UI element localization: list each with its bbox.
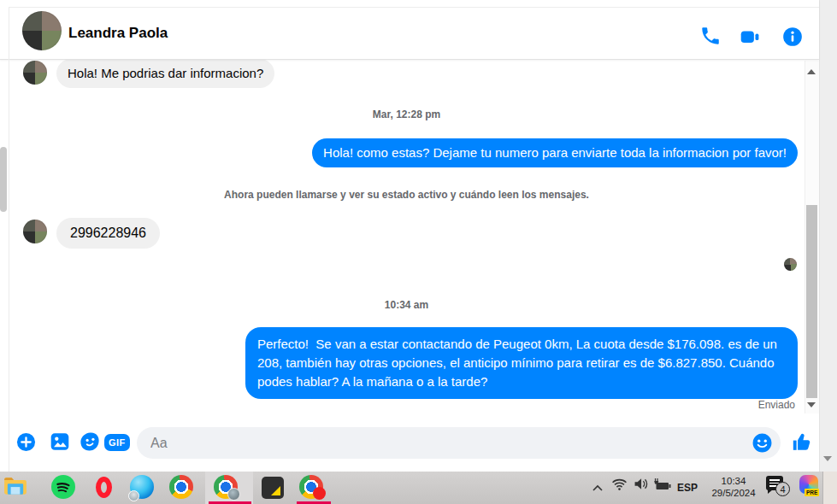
video-call-icon: [739, 36, 761, 50]
profile-photo-overlay: [227, 488, 240, 501]
tray-battery-button[interactable]: [652, 478, 672, 494]
tray-time: 10:34: [706, 475, 761, 487]
profile-avatar-overlay: [128, 490, 139, 501]
avatar[interactable]: [22, 11, 62, 50]
folder-icon: [3, 485, 27, 500]
sent-status: Enviado: [758, 399, 795, 411]
more-actions-button[interactable]: [16, 432, 36, 455]
tray-volume-button[interactable]: [634, 477, 650, 495]
tray-language-indicator[interactable]: ESP: [677, 482, 698, 494]
tray-date: 29/5/2024: [706, 487, 761, 499]
page-scroll-down-icon[interactable]: [823, 456, 832, 461]
speaker-icon: [634, 479, 650, 494]
call-button[interactable]: [699, 25, 722, 47]
spotify-icon: [51, 487, 75, 501]
message-timestamp: Mar, 12:28 pm: [9, 108, 805, 120]
taskbar-spotify[interactable]: [51, 475, 77, 501]
copilot-pre-badge: PRE: [805, 489, 819, 496]
gif-button[interactable]: GIF: [104, 434, 130, 451]
thumbs-up-icon: [791, 442, 814, 456]
tray-hidden-icons-button[interactable]: [592, 480, 604, 495]
opera-icon: [96, 477, 112, 498]
sticker-icon: [79, 441, 101, 455]
contact-name: Leandra Paola: [68, 25, 168, 42]
taskbar-chrome-notification[interactable]: [299, 475, 325, 501]
like-button[interactable]: [791, 431, 814, 457]
avatar[interactable]: [23, 61, 47, 85]
top-divider: [9, 7, 819, 8]
phone-icon: [699, 35, 722, 50]
incoming-message-bubble[interactable]: Hola! Me podrias dar informacion?: [56, 59, 274, 88]
info-icon: [781, 36, 804, 50]
taskbar-dark-app[interactable]: [260, 475, 286, 501]
outgoing-message-bubble[interactable]: Perfecto! Se van a estar contactando de …: [245, 327, 798, 399]
list-scrollbar-thumb[interactable]: [0, 147, 7, 212]
scroll-up-icon[interactable]: [807, 69, 816, 74]
scroll-down-icon[interactable]: [807, 402, 816, 407]
avatar[interactable]: [23, 220, 47, 243]
tray-wifi-button[interactable]: [611, 477, 628, 495]
notification-count-badge: 4: [775, 482, 790, 496]
taskbar-chrome-profile[interactable]: [214, 475, 239, 501]
edge-icon: [130, 475, 154, 499]
message-input[interactable]: [150, 427, 749, 459]
message-input-pill[interactable]: [137, 427, 781, 459]
chrome-icon: [214, 475, 238, 499]
chat-scrollbar-thumb[interactable]: [806, 205, 817, 398]
system-notice: Ahora pueden llamarse y ver su estado ac…: [9, 189, 805, 201]
wifi-icon: [611, 479, 628, 494]
taskbar-file-explorer[interactable]: [3, 475, 29, 501]
chevron-up-icon: [592, 480, 604, 495]
tray-clock[interactable]: 10:34 29/5/2024: [706, 475, 761, 499]
attach-photo-button[interactable]: [49, 431, 71, 456]
page-scrollbar-track[interactable]: [819, 0, 837, 472]
chrome-icon: [299, 475, 323, 499]
left-divider: [9, 7, 9, 472]
battery-charging-icon: [652, 478, 672, 493]
seen-indicator-avatar: [784, 258, 797, 271]
show-desktop-area[interactable]: [822, 472, 837, 504]
taskbar-opera[interactable]: [91, 475, 116, 501]
video-call-button[interactable]: [739, 26, 761, 48]
conversation-info-button[interactable]: [781, 26, 804, 48]
messenger-window: Leandra Paola Hola! Me podrias dar infor…: [0, 0, 837, 504]
outgoing-message-bubble[interactable]: Hola! como estas? Dejame tu numero para …: [312, 138, 798, 167]
taskbar-edge[interactable]: [130, 475, 156, 501]
photo-icon: [49, 441, 71, 455]
chrome-icon: [169, 475, 193, 499]
taskbar-chrome[interactable]: [169, 475, 195, 501]
dark-app-icon: [262, 477, 284, 499]
incoming-message-bubble[interactable]: 2996228946: [56, 218, 160, 249]
message-timestamp: 10:34 am: [9, 299, 805, 311]
emoji-button[interactable]: [752, 432, 773, 457]
sticker-button[interactable]: [79, 431, 101, 456]
yellow-corner-icon: [271, 486, 280, 495]
notification-dot-overlay: [313, 487, 326, 500]
emoji-icon: [752, 442, 773, 456]
plus-icon: [16, 440, 36, 454]
